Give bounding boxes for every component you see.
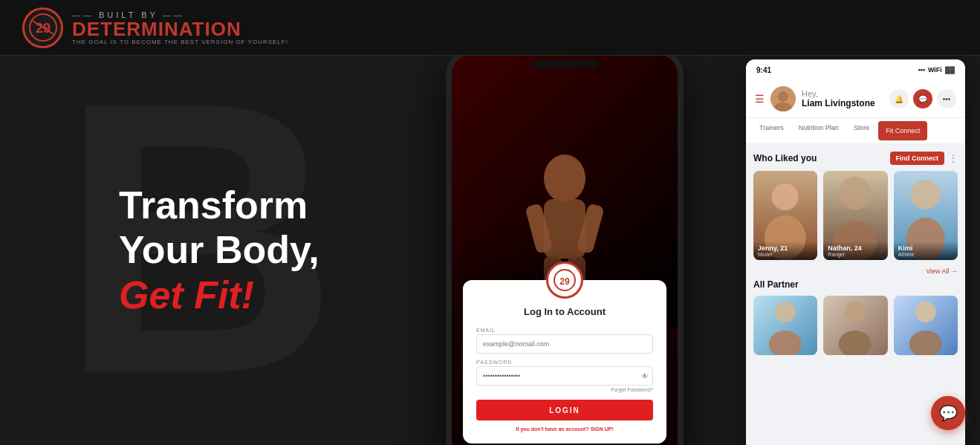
status-icons: ▪▪▪ WiFi ▓▓ (918, 66, 955, 74)
password-field-wrapper: 👁 (476, 366, 653, 386)
app-header-left: ☰ Hey, Liam Livingstone (755, 86, 875, 111)
tagline-line1: Transform Your Body, (119, 183, 319, 273)
app-header-right: 🔔 💬 ••• (889, 89, 956, 108)
app-screenshot: 9:41 ▪▪▪ WiFi ▓▓ ☰ Hey, (746, 59, 965, 445)
user-greeting: Hey, (802, 89, 875, 98)
profile-card-nathan[interactable]: Nathan, 24 Ranger (823, 171, 887, 260)
app-status-bar: 9:41 ▪▪▪ WiFi ▓▓ (746, 59, 965, 80)
logo-determination: DETERMINATION (72, 19, 288, 39)
email-input[interactable] (476, 334, 653, 354)
wifi-icon: WiFi (928, 66, 942, 74)
profile-info-nathan: Nathan, 24 Ranger (823, 241, 887, 260)
forgot-password-link[interactable]: Forgot Password? (476, 387, 653, 392)
app-header: ☰ Hey, Liam Livingstone 🔔 💬 ••• (746, 80, 965, 118)
signup-link[interactable]: SIGN UP! (591, 426, 614, 432)
phone-notch (531, 60, 598, 68)
svg-point-3 (544, 155, 585, 202)
svg-text:29: 29 (559, 276, 570, 287)
svg-point-24 (775, 302, 796, 322)
tab-nutrition[interactable]: Nutrition Plan (791, 118, 846, 143)
all-partner-title: All Partner (753, 279, 958, 290)
logo-area: 29 BUILT BY DETERMINATION THE GOAL IS TO… (22, 7, 288, 48)
user-name: Liam Livingstone (802, 98, 875, 108)
section-more-icon[interactable]: ⋮ (949, 153, 958, 163)
svg-point-27 (845, 302, 866, 322)
battery-icon: ▓▓ (945, 66, 955, 74)
signal-icon: ▪▪▪ (918, 66, 925, 74)
partner-card-1[interactable] (753, 296, 817, 355)
profile-name-kimi: Kimi (898, 244, 953, 252)
partner-row (753, 296, 958, 355)
profile-role-nathan: Ranger (828, 252, 883, 257)
svg-point-15 (772, 183, 799, 210)
profile-role-jenny: Model (758, 252, 813, 257)
profile-role-kimi: Athlete (898, 252, 953, 257)
site-header: 29 BUILT BY DETERMINATION THE GOAL IS TO… (0, 0, 980, 56)
phone-screen: 29 Log In to Account EMAIL PASSWORD 👁 Fo… (452, 54, 678, 445)
tab-store[interactable]: Store (846, 118, 877, 143)
tagline-line3: Get Fit! (119, 273, 319, 317)
app-body: Who Liked you Find Connect ⋮ (746, 144, 965, 363)
who-liked-title: Who Liked you (753, 153, 817, 163)
svg-point-18 (839, 177, 872, 209)
partner-card-2[interactable] (823, 296, 887, 355)
svg-point-30 (915, 302, 935, 322)
view-all-link[interactable]: View All (753, 267, 958, 275)
main-content: Transform Your Body, Get Fit! (0, 56, 980, 445)
find-connect-label: Find Connect (896, 155, 939, 162)
eye-icon[interactable]: 👁 (641, 372, 649, 380)
find-connect-button[interactable]: Find Connect (890, 152, 945, 165)
partner-card-3[interactable] (894, 296, 958, 355)
svg-point-12 (778, 91, 788, 102)
profile-info-jenny: Jenny, 21 Model (753, 241, 817, 260)
password-label: PASSWORD (476, 360, 653, 365)
status-time: 9:41 (756, 66, 771, 74)
more-options-btn[interactable]: ••• (937, 89, 956, 108)
password-input[interactable] (476, 366, 653, 386)
login-card: 29 Log In to Account EMAIL PASSWORD 👁 Fo… (463, 280, 666, 444)
chat-bubble-button[interactable]: 💬 (931, 396, 965, 430)
login-title: Log In to Account (476, 306, 653, 317)
svg-rect-4 (544, 199, 585, 259)
who-liked-header: Who Liked you Find Connect ⋮ (753, 152, 958, 165)
app-nav: Trainers Nutrition Plan Store Fit Connec… (746, 118, 965, 144)
message-icon-btn[interactable]: 💬 (913, 89, 932, 108)
logo-icon: 29 (22, 7, 63, 48)
chat-icon: 💬 (939, 404, 958, 422)
phone-frame: 29 Log In to Account EMAIL PASSWORD 👁 Fo… (446, 48, 684, 445)
user-info: Hey, Liam Livingstone (802, 89, 875, 108)
hero-text: Transform Your Body, Get Fit! (119, 183, 319, 317)
no-account-text: If you don't have an account? SIGN UP! (476, 426, 653, 432)
hamburger-menu-icon[interactable]: ☰ (755, 93, 765, 105)
notification-icon-btn[interactable]: 🔔 (889, 89, 909, 108)
tab-fit-connect[interactable]: Fit Connect (878, 121, 927, 140)
profile-card-jenny[interactable]: Jenny, 21 Model (753, 171, 817, 260)
profile-name-jenny: Jenny, 21 (758, 244, 813, 252)
svg-point-21 (910, 180, 940, 209)
profile-name-nathan: Nathan, 24 (828, 244, 883, 252)
profiles-row: Jenny, 21 Model Nathan, 24 (753, 171, 958, 260)
profile-info-kimi: Kimi Athlete (894, 241, 958, 260)
email-label: EMAIL (476, 328, 653, 333)
logo-tagline: THE GOAL IS TO BECOME THE BEST VERSION O… (72, 39, 288, 45)
tab-trainers[interactable]: Trainers (752, 118, 791, 143)
login-button[interactable]: LOGIN (476, 400, 653, 420)
profile-card-kimi[interactable]: Kimi Athlete (894, 171, 958, 260)
login-logo-icon: 29 (546, 262, 583, 299)
logo-text: BUILT BY DETERMINATION THE GOAL IS TO BE… (72, 10, 288, 45)
phone-mockup-login: 29 Log In to Account EMAIL PASSWORD 👁 Fo… (446, 48, 684, 445)
user-avatar (770, 86, 796, 111)
